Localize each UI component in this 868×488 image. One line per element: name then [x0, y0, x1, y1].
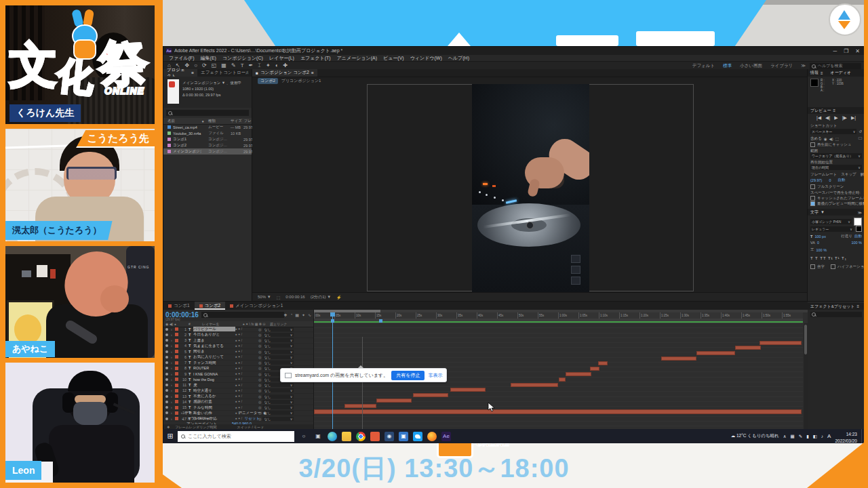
menu-item[interactable]: コンポジション(C) — [222, 55, 263, 62]
layer-visibility-icon[interactable] — [165, 356, 168, 359]
tool-icon[interactable]: ◐ — [275, 62, 279, 70]
layer-label-color[interactable] — [175, 355, 178, 359]
parent-pickwhip-icon[interactable]: ◎ — [258, 350, 261, 354]
parent-dropdown[interactable]: なし∨ — [262, 344, 294, 348]
taskbar-app-icon[interactable]: ○ — [299, 432, 309, 441]
skip-value[interactable]: 0 — [829, 178, 831, 182]
parent-pickwhip-icon[interactable]: ◎ — [258, 388, 261, 392]
shortcut-dropdown[interactable]: スペースキー∨ — [810, 129, 856, 134]
project-item-row[interactable]: メインコンポジション コンポジ… 29.97 — [163, 148, 252, 155]
layer-name[interactable]: チルな時間 — [193, 405, 235, 410]
taskbar-app-icon[interactable] — [342, 432, 351, 441]
timeline-layer-bar[interactable] — [413, 393, 448, 397]
taskbar-clock[interactable]: 14:23 2022/03/20 — [835, 430, 857, 443]
close-button[interactable]: ✕ — [855, 48, 860, 54]
layer-label-color[interactable] — [175, 394, 178, 398]
layer-name[interactable]: 間引き — [193, 349, 235, 354]
layer-visibility-icon[interactable] — [165, 373, 168, 375]
tool-icon[interactable]: ⟳ — [202, 62, 207, 70]
work-area-handle[interactable] — [379, 319, 382, 323]
taskbar-search-input[interactable]: ここに入力して検索 — [178, 431, 294, 442]
timeline-search-input[interactable] — [201, 312, 284, 318]
taskbar-app-icon[interactable] — [370, 432, 380, 441]
layer-label-color[interactable] — [175, 361, 178, 365]
taskbar-app-icon[interactable]: Ae — [441, 432, 451, 441]
font-style-dropdown[interactable]: レギュラー∨ — [810, 226, 854, 232]
tray-icon[interactable]: ♪ — [821, 434, 823, 439]
vscale-value[interactable]: 100 % — [851, 241, 862, 245]
cached-frames-checkbox[interactable] — [810, 196, 815, 201]
timeline-layer-row[interactable]: › 15 T チルな時間 ♠ ✦ / ◎なし∨ — [163, 405, 313, 411]
scrollbar-thumb[interactable] — [804, 325, 807, 354]
layer-label-color[interactable] — [175, 339, 178, 342]
layer-visibility-icon[interactable] — [165, 406, 168, 409]
layer-visibility-icon[interactable] — [165, 384, 168, 386]
layer-label-color[interactable] — [175, 372, 178, 375]
project-item-row[interactable]: Youtube_30.m4a ファイル 10 KB — [163, 130, 252, 136]
time-ruler[interactable]: 00s05s10s15s20s25s30s35s40s45s50s55s1:00… — [314, 312, 803, 319]
tray-icon[interactable]: ◧ — [813, 434, 817, 439]
framerate-value[interactable]: (29.97) — [810, 178, 822, 182]
range-dropdown[interactable]: ワークエリア（延長あり）∨ — [810, 153, 862, 159]
menu-item[interactable]: 編集(E) — [201, 55, 216, 62]
help-search-input[interactable]: ヘルプを検索 — [810, 63, 861, 69]
layer-visibility-icon[interactable] — [165, 328, 168, 331]
layer-label-color[interactable] — [175, 327, 178, 331]
type-style-buttons[interactable]: T T TT Tt T¹ T₁ — [810, 256, 847, 260]
layer-label-color[interactable] — [175, 333, 178, 336]
timeline-layer-bar[interactable] — [450, 388, 486, 392]
timeline-layer-bar[interactable] — [661, 357, 696, 361]
taskbar-app-icon[interactable] — [356, 432, 366, 441]
layer-visibility-icon[interactable] — [165, 367, 168, 369]
parent-dropdown[interactable]: なし∨ — [262, 355, 294, 359]
viewer-timecode[interactable]: 0:00:00:16 — [285, 295, 304, 299]
layer-name[interactable]: I KNE GONNA — [193, 372, 235, 376]
parent-pickwhip-icon[interactable]: ◎ — [258, 366, 261, 370]
timeline-tab[interactable]: コンポ1 — [163, 302, 195, 310]
parent-dropdown[interactable]: なし∨ — [262, 383, 294, 387]
tracking-value[interactable]: 0 — [817, 241, 819, 245]
timeline-layer-row[interactable]: › 3 T 上書き ♠ ✦ / ◎なし∨ — [163, 338, 313, 344]
layer-visibility-icon[interactable] — [165, 389, 168, 392]
tool-icon[interactable]: ▦ — [221, 62, 226, 70]
parent-dropdown[interactable]: なし∨ — [262, 400, 294, 404]
timeline-layer-bar[interactable] — [566, 372, 591, 376]
frame-blend-icon[interactable]: ▦ — [295, 312, 299, 317]
parent-pickwhip-icon[interactable]: ◎ — [258, 361, 261, 365]
menu-item[interactable]: ファイル(F) — [169, 55, 195, 62]
layer-switches[interactable]: ♠ ✦ / — [235, 378, 258, 381]
timeline-layer-row[interactable]: › 4 T 気ままに生きてる ♠ ✦ / ◎なし∨ — [163, 344, 313, 349]
parent-pickwhip-icon[interactable]: ◎ — [258, 378, 261, 382]
layer-name[interactable]: チャンス時間 — [193, 361, 235, 365]
menu-item[interactable]: ヘルプ(H) — [448, 55, 469, 62]
res-value[interactable]: 自動 — [838, 178, 846, 182]
layer-name[interactable]: お気に入りだって — [193, 354, 235, 359]
timeline-layer-bar[interactable] — [511, 383, 558, 387]
timeline-layer-row[interactable]: › 1 T パリピクール ♠ ✦ / ◎なし∨ — [163, 327, 313, 332]
start-button[interactable]: ⊞ — [163, 432, 178, 441]
tool-icon[interactable]: T — [241, 62, 244, 70]
tray-expand-caret[interactable]: ∧ — [783, 434, 787, 439]
tool-icon[interactable]: ◱ — [212, 62, 217, 70]
fast-preview-icon[interactable]: ⚡ — [336, 295, 342, 300]
parent-pickwhip-icon[interactable]: ◎ — [258, 327, 261, 331]
layer-switches[interactable]: ♠ ✦ / — [235, 361, 258, 365]
timeline-layer-bar[interactable] — [590, 367, 599, 371]
layer-switches[interactable]: ♠ ✦ / — [235, 406, 258, 409]
layer-switches[interactable]: ♠ ✦ / — [235, 394, 258, 398]
parent-dropdown[interactable]: なし∨ — [262, 350, 294, 354]
project-item-row[interactable]: コンポ1 コンポジ… 29.97 — [163, 136, 252, 142]
transport-button[interactable]: ◀| — [825, 115, 830, 121]
layer-name[interactable]: 感謝の行進 — [193, 399, 235, 404]
work-area-bar[interactable] — [314, 319, 803, 323]
layer-label-color[interactable] — [175, 400, 178, 403]
layer-switches[interactable]: ♠ ✦ / — [235, 327, 258, 331]
ime-indicator[interactable]: A — [827, 433, 831, 439]
layer-switches[interactable]: ♠ ✦ / — [235, 355, 258, 359]
move-time-checkbox[interactable] — [810, 201, 815, 206]
stroke-color-swatch[interactable] — [856, 226, 862, 232]
project-item-row[interactable]: コンポ2 コンポジ… 29.97 — [163, 142, 252, 148]
layer-visibility-icon[interactable] — [165, 395, 168, 398]
tab-info[interactable]: 情報 — [810, 70, 818, 76]
comp-chip[interactable]: プリコンポジション1 — [281, 78, 321, 84]
